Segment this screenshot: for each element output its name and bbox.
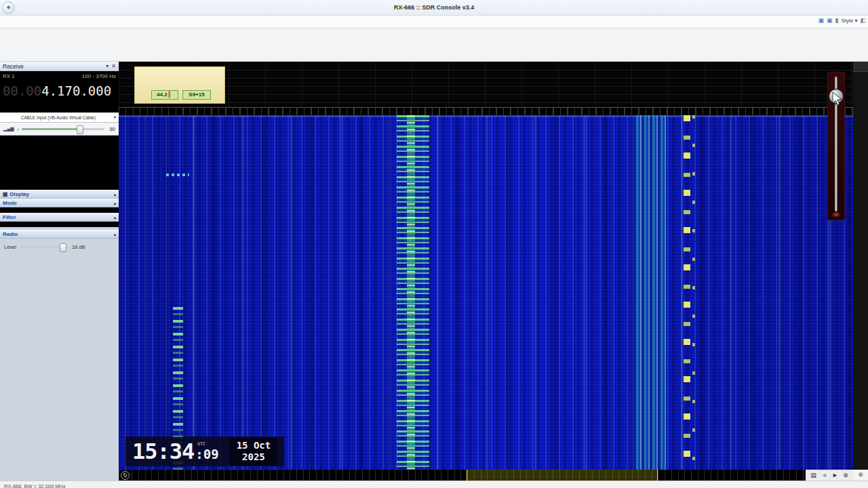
mode-grid (0, 207, 119, 213)
window-title: RX-666 :: SDR Console v3.4 (394, 4, 475, 11)
nr-level-thumb[interactable] (60, 243, 66, 252)
s-meter-value-right: S9+15 (182, 90, 211, 100)
panel-close-icon[interactable]: ✕ (111, 63, 116, 69)
spectrum-display[interactable]: 44.2 ▍ S9+15 (119, 62, 853, 107)
audio-scope (0, 136, 119, 190)
section-mode[interactable]: Mode▴ (0, 199, 119, 207)
go-to-end-icon[interactable]: ⊛ (843, 471, 848, 479)
volume-row: ▂▄▆ ♪ 80 (0, 123, 119, 136)
scroll-right-icon[interactable]: ► (832, 471, 838, 479)
level-label: Level (4, 244, 16, 250)
display-icon: ▦ (3, 191, 8, 197)
waterfall-clock: 15:34 UTC :09 15 Oct2025 (125, 436, 284, 466)
clock-time: 15:34 (132, 439, 194, 464)
receive-panel: Receive ▾ ✕ RX 1 100 - 3700 Hz 00.004.17… (0, 62, 119, 481)
waterfall-frequency-scale[interactable]: ↻ ▤ ◄ ► ⊛ (119, 470, 853, 481)
mouse-cursor (832, 92, 843, 106)
level-value: 18 dB (72, 244, 85, 250)
volume-slider-thumb[interactable] (77, 125, 83, 134)
clock-seconds: :09 (195, 447, 218, 462)
waterfall-record-icon[interactable]: ▤ (810, 471, 816, 479)
section-filter[interactable]: Filter▴ (0, 213, 119, 222)
nr-level-row: Level 18 dB (0, 242, 119, 253)
waterfall-controls: ▤ ◄ ► ⊛ (806, 470, 853, 481)
style-menu[interactable]: Style ▾ (841, 18, 857, 24)
frequency-display[interactable]: 00.004.170.000 (3, 83, 116, 98)
slider-glow (831, 211, 841, 218)
volume-slider[interactable] (22, 128, 104, 130)
panel-collapse-icon[interactable]: ▾ (106, 63, 108, 69)
window-layout-icon-2[interactable]: ▣ (827, 17, 833, 24)
nr-level-slider[interactable] (20, 246, 68, 248)
audio-device-select[interactable]: CABLE Input (VB-Audio Virtual Cable) ▾ (0, 113, 119, 123)
s-meter: 44.2 ▍ S9+15 (134, 66, 225, 104)
clock-date: 15 Oct2025 (230, 438, 278, 466)
speaker-icon[interactable]: ♪ (17, 127, 20, 131)
scroll-left-icon[interactable]: ◄ (821, 471, 827, 479)
expand-icon[interactable]: ▴ (114, 192, 116, 197)
waterfall-colorbar[interactable] (853, 62, 868, 470)
chevron-down-icon: ▾ (114, 115, 116, 120)
waterfall-display[interactable]: 15:34 UTC :09 15 Oct2025 (119, 115, 853, 470)
section-radio[interactable]: Radio▴ (0, 230, 119, 239)
app-logo-icon[interactable]: ◈ (2, 1, 15, 14)
titlebar: ◈ RX-666 :: SDR Console v3.4 (0, 0, 868, 16)
clock-utc-label: UTC (197, 441, 205, 447)
expand-icon[interactable]: ▴ (114, 201, 116, 205)
frequency-panel: RX 1 100 - 3700 Hz 00.004.170.000 (0, 71, 119, 113)
receive-panel-title: Receive (3, 63, 24, 70)
window-layout-icon-1[interactable]: ▣ (818, 17, 824, 24)
receive-panel-header: Receive ▾ ✕ (0, 62, 119, 71)
colorbar-auto-button[interactable] (853, 62, 868, 72)
expand-icon[interactable]: ▴ (114, 215, 116, 220)
pin-icon[interactable]: ▮ (835, 17, 838, 24)
volume-value: 80 (107, 126, 115, 132)
status-device-info: RX-666, BW = 32.000 MHz (0, 483, 868, 488)
status-bar: RX-666, BW = 32.000 MHz (0, 481, 868, 488)
filter-grid (0, 222, 119, 227)
ribbon-tab-row: ▣ ▣ ▮ Style ▾ ◧ (0, 16, 868, 28)
visible-span-highlight (467, 470, 658, 481)
expand-icon[interactable]: ▴ (114, 232, 116, 237)
rx-label: RX 1 (3, 73, 15, 79)
layout-options-icon[interactable]: ◧ (860, 17, 866, 24)
sdr-console-window: ◈ RX-666 :: SDR Console v3.4 ▣ ▣ ▮ Style… (0, 0, 868, 488)
level-bars-icon: ▂▄▆ (3, 126, 14, 131)
ribbon (0, 28, 868, 62)
passband-label: 100 - 3700 Hz (82, 73, 116, 79)
display-area: 44.2 ▍ S9+15 15:34 UTC (119, 62, 868, 481)
s-meter-value-left: 44.2 ▍ (151, 90, 178, 100)
waterfall-resume-button[interactable]: ↻ (121, 471, 130, 480)
scale-corner-button[interactable]: ⊕ (853, 470, 868, 481)
